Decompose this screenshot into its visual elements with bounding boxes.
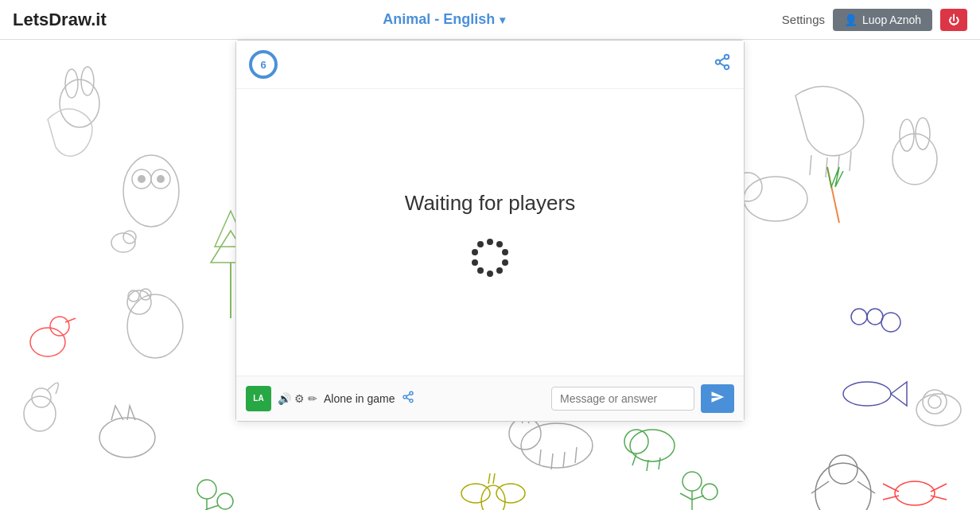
chevron-down-icon: ▾: [500, 14, 505, 26]
avatar-initials: LA: [253, 394, 263, 403]
svg-point-38: [624, 430, 648, 454]
svg-point-10: [30, 328, 65, 356]
settings-small-icon: ⚙: [294, 392, 305, 405]
svg-point-1: [65, 69, 78, 98]
svg-line-48: [720, 63, 725, 66]
send-button[interactable]: [701, 384, 734, 413]
username-label: Luop Aznoh: [862, 14, 921, 26]
spinner-dot: [487, 239, 493, 245]
svg-point-19: [197, 480, 216, 499]
svg-point-2: [81, 67, 94, 95]
svg-point-44: [895, 481, 935, 505]
svg-point-40: [461, 484, 490, 503]
svg-point-28: [744, 177, 807, 221]
sound-icon: 🔊: [278, 392, 291, 405]
spinner-dot: [496, 241, 503, 247]
timer-circle: 6: [249, 50, 278, 79]
spinner-dot: [472, 249, 478, 255]
svg-line-49: [720, 58, 725, 61]
svg-point-23: [916, 118, 930, 150]
svg-point-34: [702, 484, 718, 500]
svg-point-16: [24, 396, 56, 431]
svg-point-3: [123, 155, 179, 227]
svg-point-35: [521, 423, 593, 468]
player-info: LA 🔊 ⚙ ✏ Alone in game: [246, 386, 414, 411]
player-avatar: LA: [246, 386, 271, 411]
svg-point-27: [843, 382, 891, 406]
spinner-dot: [496, 267, 503, 274]
timer-value: 6: [260, 59, 266, 71]
svg-point-7: [157, 175, 165, 183]
loading-spinner: [470, 238, 510, 278]
game-panel: 6 Waiting for players LA 🔊 ⚙: [235, 40, 745, 422]
svg-point-20: [217, 493, 233, 509]
svg-point-9: [123, 231, 136, 243]
svg-point-13: [127, 290, 151, 314]
svg-point-32: [851, 309, 867, 325]
svg-point-11: [50, 317, 69, 336]
share-button[interactable]: [714, 53, 731, 76]
svg-point-12: [127, 294, 183, 358]
share-small-button[interactable]: [402, 391, 414, 407]
svg-point-41: [496, 484, 525, 503]
svg-point-37: [630, 430, 675, 461]
svg-point-42: [815, 463, 871, 510]
power-button[interactable]: ⏻: [940, 9, 967, 31]
spinner-dot: [477, 267, 484, 274]
svg-point-14: [128, 290, 139, 302]
share-small-icon: [402, 391, 414, 403]
svg-point-15: [140, 289, 151, 300]
game-main-area: Waiting for players: [236, 89, 744, 376]
spinner-dot: [502, 249, 508, 255]
player-icons: 🔊 ⚙ ✏: [278, 392, 317, 405]
svg-point-36: [509, 418, 541, 450]
settings-link[interactable]: Settings: [782, 13, 825, 26]
spinner-dot: [502, 259, 508, 266]
svg-point-4: [132, 169, 151, 189]
user-button[interactable]: 👤 Luop Aznoh: [833, 9, 932, 31]
svg-line-53: [406, 398, 410, 400]
send-icon: [710, 390, 725, 404]
svg-point-0: [60, 80, 99, 127]
svg-point-5: [151, 169, 170, 189]
svg-point-26: [928, 395, 941, 408]
share-icon: [714, 53, 731, 71]
svg-point-21: [892, 134, 937, 185]
svg-point-43: [829, 455, 858, 484]
svg-point-25: [923, 390, 947, 414]
brand-logo: LetsDraw.it: [13, 10, 107, 30]
svg-line-54: [406, 394, 410, 396]
alone-label: Alone in game: [324, 392, 395, 405]
svg-point-33: [682, 472, 702, 491]
svg-point-24: [916, 394, 961, 426]
svg-point-18: [99, 418, 155, 457]
spinner-dot: [487, 271, 493, 277]
svg-point-6: [138, 175, 146, 183]
svg-point-22: [900, 119, 914, 151]
waiting-text: Waiting for players: [405, 191, 575, 216]
message-input[interactable]: [551, 387, 694, 411]
svg-point-8: [111, 233, 135, 252]
spinner-dot: [472, 259, 478, 266]
message-area: [551, 384, 734, 413]
category-label: Animal - English: [383, 11, 495, 28]
navbar-right: Settings 👤 Luop Aznoh ⏻: [782, 9, 967, 31]
svg-point-39: [481, 485, 505, 510]
game-footer: LA 🔊 ⚙ ✏ Alone in game: [236, 376, 744, 421]
spinner-dot: [477, 241, 484, 247]
navbar: LetsDraw.it Animal - English ▾ Settings …: [0, 0, 980, 40]
pencil-icon: ✏: [308, 392, 317, 405]
user-icon: 👤: [844, 14, 858, 26]
game-panel-header: 6: [236, 41, 744, 89]
category-selector[interactable]: Animal - English ▾: [383, 11, 505, 28]
svg-point-31: [867, 309, 883, 325]
svg-point-17: [32, 388, 51, 407]
svg-point-30: [881, 313, 900, 332]
